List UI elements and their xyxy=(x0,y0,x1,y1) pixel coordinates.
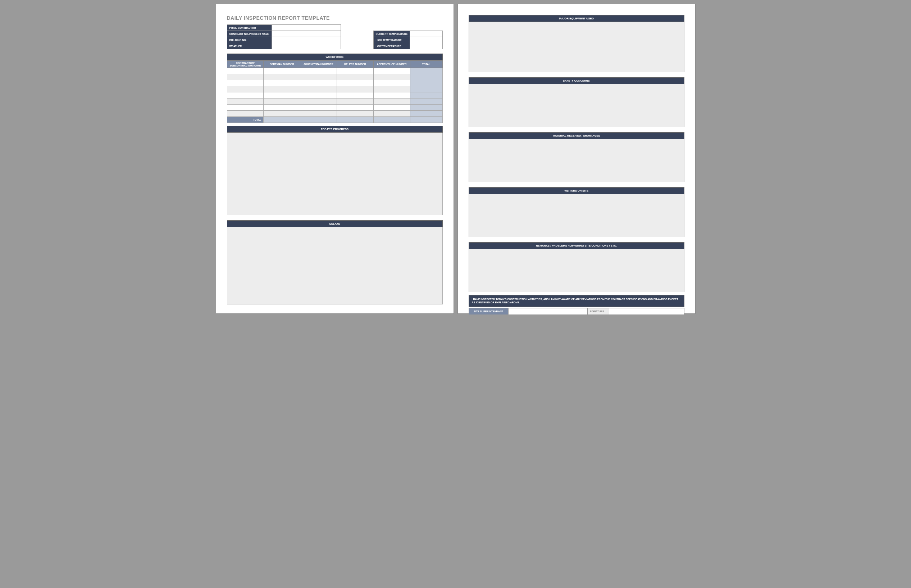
material-content[interactable] xyxy=(469,139,684,182)
wf-cell-apprentice[interactable] xyxy=(373,99,410,105)
wf-cell-apprentice[interactable] xyxy=(373,92,410,99)
wf-cell-total[interactable] xyxy=(410,92,442,99)
contract-no-input[interactable] xyxy=(272,31,341,37)
wf-total-helper[interactable] xyxy=(337,117,373,123)
workforce-header: WORKFORCE xyxy=(227,53,443,60)
wf-cell-apprentice[interactable] xyxy=(373,105,410,111)
table-row xyxy=(227,105,442,111)
visitors-content[interactable] xyxy=(469,194,684,237)
wf-cell-journeyman[interactable] xyxy=(300,92,337,99)
wf-cell-foreman[interactable] xyxy=(264,92,300,99)
wf-cell-contractor[interactable] xyxy=(227,111,264,117)
low-temp-input[interactable] xyxy=(410,43,442,49)
table-row xyxy=(227,80,442,86)
wf-cell-contractor[interactable] xyxy=(227,92,264,99)
wf-cell-apprentice[interactable] xyxy=(373,68,410,74)
wf-cell-total[interactable] xyxy=(410,80,442,86)
wf-total-foreman[interactable] xyxy=(264,117,300,123)
contract-no-label: CONTRACT NO./PROJECT NAME xyxy=(227,31,272,37)
table-row xyxy=(227,74,442,80)
project-info-table: PRIME CONTRACTOR CONTRACT NO./PROJECT NA… xyxy=(227,24,341,49)
equipment-content[interactable] xyxy=(469,22,684,72)
weather-input[interactable] xyxy=(272,43,341,49)
wf-cell-foreman[interactable] xyxy=(264,105,300,111)
wf-cell-helper[interactable] xyxy=(337,68,373,74)
declaration-text: I HAVE INSPECTED TODAY'S CONSTRUCTION AC… xyxy=(469,295,684,307)
superintendant-label: SITE SUPERINTENDANT xyxy=(469,308,508,315)
wf-cell-helper[interactable] xyxy=(337,111,373,117)
safety-header: SAFETY CONCERNS xyxy=(469,77,684,84)
wf-cell-total[interactable] xyxy=(410,105,442,111)
wf-col-total: TOTAL xyxy=(410,61,442,68)
wf-cell-foreman[interactable] xyxy=(264,68,300,74)
safety-content[interactable] xyxy=(469,84,684,127)
superintendant-input[interactable] xyxy=(508,308,587,315)
wf-cell-apprentice[interactable] xyxy=(373,80,410,86)
building-no-input[interactable] xyxy=(272,37,341,43)
wf-cell-journeyman[interactable] xyxy=(300,86,337,92)
wf-col-contractor: CONTRACTOR/ SUBCONTRACTOR NAME xyxy=(227,61,264,68)
wf-cell-foreman[interactable] xyxy=(264,80,300,86)
progress-header: TODAY'S PROGRESS xyxy=(227,126,443,132)
prime-contractor-input[interactable] xyxy=(272,25,341,31)
visitors-header: VISITORS ON SITE xyxy=(469,187,684,194)
wf-cell-apprentice[interactable] xyxy=(373,86,410,92)
table-row xyxy=(227,68,442,74)
wf-cell-contractor[interactable] xyxy=(227,74,264,80)
signature-input[interactable] xyxy=(609,308,684,315)
material-header: MATERIAL RECEIVED / SHORTAGES xyxy=(469,132,684,139)
weather-label: WEATHER xyxy=(227,43,272,49)
wf-cell-total[interactable] xyxy=(410,111,442,117)
page-1: DAILY INSPECTION REPORT TEMPLATE PRIME C… xyxy=(216,4,453,313)
wf-cell-foreman[interactable] xyxy=(264,99,300,105)
wf-cell-total[interactable] xyxy=(410,68,442,74)
current-temp-input[interactable] xyxy=(410,31,442,37)
table-row xyxy=(227,86,442,92)
wf-cell-contractor[interactable] xyxy=(227,86,264,92)
wf-cell-contractor[interactable] xyxy=(227,105,264,111)
wf-cell-helper[interactable] xyxy=(337,74,373,80)
wf-cell-foreman[interactable] xyxy=(264,86,300,92)
temperature-table: CURRENT TEMPERATURE HIGH TEMPERATURE LOW… xyxy=(373,31,443,49)
wf-total-total[interactable] xyxy=(410,117,442,123)
wf-total-apprentice[interactable] xyxy=(373,117,410,123)
wf-cell-total[interactable] xyxy=(410,86,442,92)
wf-cell-journeyman[interactable] xyxy=(300,80,337,86)
info-row: PRIME CONTRACTOR CONTRACT NO./PROJECT NA… xyxy=(227,24,443,49)
delays-content[interactable] xyxy=(227,227,443,304)
wf-cell-apprentice[interactable] xyxy=(373,74,410,80)
wf-cell-helper[interactable] xyxy=(337,92,373,99)
high-temp-label: HIGH TEMPERATURE xyxy=(373,37,410,43)
wf-cell-helper[interactable] xyxy=(337,86,373,92)
remarks-content[interactable] xyxy=(469,249,684,292)
wf-cell-journeyman[interactable] xyxy=(300,68,337,74)
wf-cell-contractor[interactable] xyxy=(227,80,264,86)
wf-cell-total[interactable] xyxy=(410,74,442,80)
high-temp-input[interactable] xyxy=(410,37,442,43)
wf-col-helper: HELPER NUMBER xyxy=(337,61,373,68)
wf-cell-apprentice[interactable] xyxy=(373,111,410,117)
wf-cell-contractor[interactable] xyxy=(227,99,264,105)
table-row xyxy=(227,92,442,99)
delays-header: DELAYS xyxy=(227,220,443,227)
wf-cell-total[interactable] xyxy=(410,99,442,105)
page-title: DAILY INSPECTION REPORT TEMPLATE xyxy=(227,15,443,21)
wf-cell-helper[interactable] xyxy=(337,99,373,105)
wf-cell-journeyman[interactable] xyxy=(300,74,337,80)
wf-cell-journeyman[interactable] xyxy=(300,111,337,117)
wf-cell-foreman[interactable] xyxy=(264,74,300,80)
wf-cell-foreman[interactable] xyxy=(264,111,300,117)
wf-cell-helper[interactable] xyxy=(337,105,373,111)
wf-total-journeyman[interactable] xyxy=(300,117,337,123)
wf-cell-journeyman[interactable] xyxy=(300,99,337,105)
wf-cell-contractor[interactable] xyxy=(227,68,264,74)
workforce-table: CONTRACTOR/ SUBCONTRACTOR NAME FOREMAN N… xyxy=(227,60,443,123)
wf-cell-journeyman[interactable] xyxy=(300,105,337,111)
building-no-label: BUILDING NO. xyxy=(227,37,272,43)
table-row xyxy=(227,99,442,105)
table-row xyxy=(227,111,442,117)
progress-content[interactable] xyxy=(227,132,443,215)
remarks-header: REMARKS / PROBLEMS / DIFFERING SITE COND… xyxy=(469,242,684,249)
prime-contractor-label: PRIME CONTRACTOR xyxy=(227,25,272,31)
wf-cell-helper[interactable] xyxy=(337,80,373,86)
